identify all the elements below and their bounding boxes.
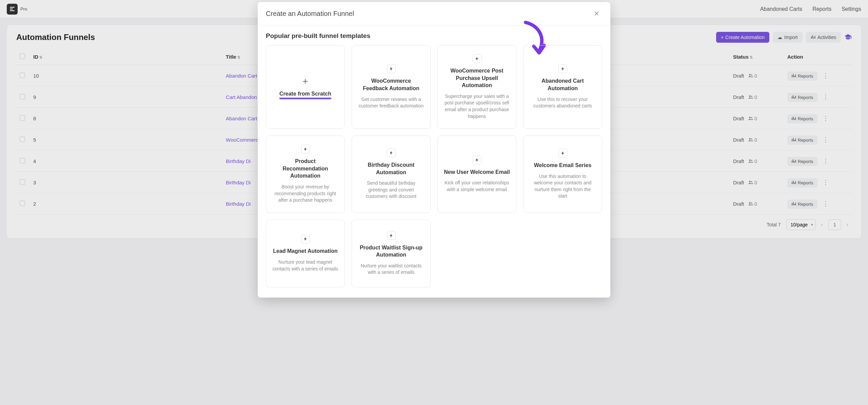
template-card[interactable]: Welcome Email Series Use this automation… <box>523 136 602 213</box>
template-card[interactable]: Product Waitlist Sign-up Automation Nurt… <box>352 220 431 245</box>
template-desc: Send beautiful birthday greetings and co… <box>358 180 424 200</box>
template-card[interactable]: Lead Magnet Automation Nurture your lead… <box>266 220 345 245</box>
template-card[interactable]: WooCommerce Feedback Automation Get cust… <box>352 45 431 129</box>
bolt-icon <box>473 156 481 164</box>
template-title: New User Welcome Email <box>444 168 510 176</box>
template-title: Birthday Discount Automation <box>358 161 424 176</box>
template-desc: Get customer reviews with a customer fee… <box>358 96 424 109</box>
template-card[interactable]: + Create from Scratch <box>266 45 345 129</box>
create-automation-modal: Create an Automation Funnel ✕ Popular pr… <box>258 2 610 245</box>
template-desc: Use this automation to welcome your cont… <box>530 173 596 200</box>
template-desc: Supercharge your sales with a post purch… <box>444 93 510 120</box>
plus-icon: + <box>302 77 308 86</box>
modal-overlay: Create an Automation Funnel ✕ Popular pr… <box>0 0 868 245</box>
bolt-icon <box>387 231 396 240</box>
template-card[interactable]: New User Welcome Email Kick off your use… <box>437 136 516 213</box>
bolt-icon <box>558 149 567 158</box>
bolt-icon <box>301 145 310 154</box>
bolt-icon <box>301 235 310 243</box>
template-title: Product Waitlist Sign-up Automation <box>358 244 424 245</box>
template-card[interactable]: Abandoned Cart Automation Use this to re… <box>523 45 602 129</box>
bolt-icon <box>473 54 481 63</box>
template-card[interactable]: Birthday Discount Automation Send beauti… <box>352 136 431 213</box>
close-icon[interactable]: ✕ <box>591 8 602 19</box>
templates-section-title: Popular pre-built funnel templates <box>266 32 602 40</box>
template-title: WooCommerce Post Purchase Upsell Automat… <box>444 67 510 89</box>
template-title: WooCommerce Feedback Automation <box>358 77 424 92</box>
template-title: Welcome Email Series <box>534 162 592 169</box>
modal-title: Create an Automation Funnel <box>266 10 354 18</box>
template-title: Create from Scratch <box>279 90 331 98</box>
template-card[interactable]: Product Recommendation Automation Boost … <box>266 136 345 213</box>
bolt-icon <box>387 64 396 73</box>
bolt-icon <box>387 148 396 157</box>
template-title: Product Recommendation Automation <box>272 158 338 180</box>
template-desc: Kick off your user relationships with a … <box>444 180 510 193</box>
template-desc: Boost your revenue by recommending produ… <box>272 184 338 204</box>
template-title: Abandoned Cart Automation <box>530 77 596 92</box>
template-desc: Use this to recover your customers aband… <box>530 96 596 109</box>
bolt-icon <box>558 64 567 73</box>
template-card[interactable]: WooCommerce Post Purchase Upsell Automat… <box>437 45 516 129</box>
